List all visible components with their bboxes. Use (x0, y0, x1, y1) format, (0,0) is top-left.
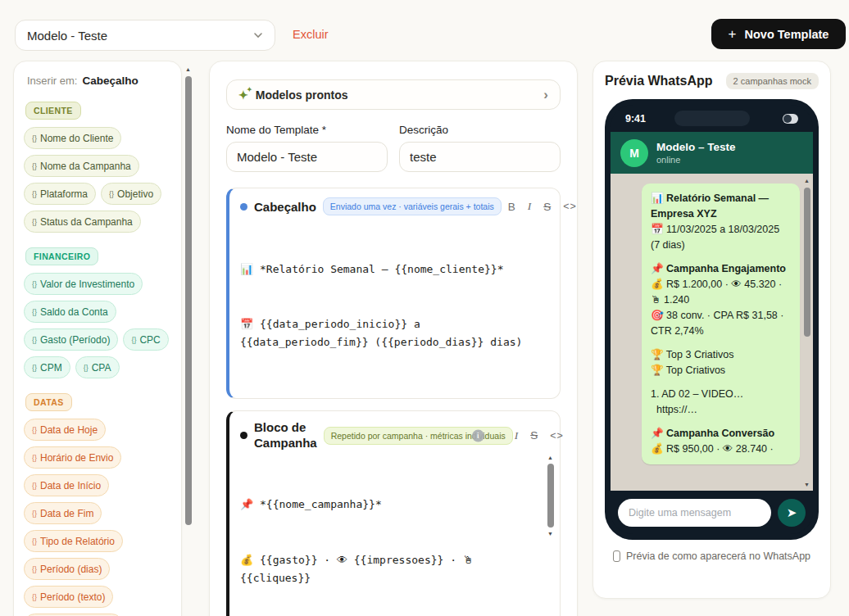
strikethrough-icon[interactable]: S (530, 429, 538, 442)
delete-template-button[interactable]: Excluir (293, 28, 329, 41)
variable-chip-status-da-campanha[interactable]: {}Status da Campanha (24, 211, 141, 233)
variable-chip-cpc[interactable]: {}CPC (123, 328, 168, 351)
variable-chip-data-de-inicio[interactable]: {}Data de Início (24, 474, 109, 496)
variable-chip-horario-de-envio[interactable]: {}Horário de Envio (24, 446, 121, 469)
phone-mockup: 9:41 M Modelo – Teste online 📊 Relatório… (605, 99, 819, 540)
scrollbar-thumb[interactable] (185, 76, 192, 525)
braces-icon: {} (32, 565, 37, 573)
scroll-down-icon[interactable]: ▼ (547, 530, 554, 537)
preview-title: Prévia WhatsApp (605, 74, 713, 88)
message-line: 📌 Campanha Conversão (651, 426, 791, 442)
braces-icon: {} (84, 364, 89, 372)
variable-chip-tipo-de-relatorio[interactable]: {}Tipo de Relatório (24, 530, 123, 552)
italic-icon[interactable]: I (528, 200, 532, 213)
variable-chip-cpm[interactable]: {}CPM (24, 356, 70, 378)
variable-chip-saldo-da-conta[interactable]: {}Saldo da Conta (24, 301, 116, 323)
chip-label: Data de Fim (40, 508, 93, 519)
message-line: 📌 Campanha Engajamento (651, 261, 791, 277)
chip-label: CPA (92, 362, 111, 374)
scrollbar-thumb[interactable] (804, 188, 810, 337)
sidebar-scrollbar[interactable]: ▲ (184, 66, 192, 611)
chip-label: Data de Início (40, 480, 101, 491)
variable-chip-objetivo[interactable]: {}Objetivo (101, 183, 161, 205)
variable-chip-nome-do-cliente[interactable]: {}Nome do Cliente (24, 127, 121, 149)
message-line: 💰 R$ 1.200,00 · 👁 45.320 · 🖱 1.240 (651, 277, 791, 308)
template-line: 📊 *Relatório Semanal — {{nome_cliente}}* (240, 260, 535, 279)
ready-templates-button[interactable]: ✦✦ Modelos prontos › (226, 79, 561, 110)
braces-icon: {} (32, 510, 37, 518)
chip-label: Nome da Campanha (40, 161, 131, 172)
message-input-pill (618, 499, 771, 527)
variable-chip-periodo-texto[interactable]: {}Período (texto) (24, 586, 113, 608)
contact-name: Modelo – Teste (656, 141, 736, 154)
message-line (651, 418, 791, 426)
preview-caption: Prévia de como aparecerá no WhatsApp (605, 550, 819, 562)
message-line: 📅 11/03/2025 a 18/03/2025 (7 dias) (651, 222, 791, 253)
chat-scrollbar[interactable]: ▲ ▼ (803, 177, 810, 491)
variable-chip-plataforma[interactable]: {}Plataforma (24, 183, 96, 205)
template-editor-panel: ✦✦ Modelos prontos › Nome do Template * … (209, 61, 578, 616)
message-line: 🎯 38 conv. · CPA R$ 31,58 · CTR 2,74% (651, 308, 791, 339)
variable-chip-gasto-periodo[interactable]: {}Gasto (Período) (24, 328, 118, 351)
template-name-input[interactable] (226, 142, 388, 172)
italic-icon[interactable]: I (515, 429, 519, 442)
sparkles-icon: ✦✦ (238, 88, 248, 102)
scroll-down-icon[interactable]: ▼ (803, 481, 810, 488)
braces-icon: {} (32, 308, 37, 316)
template-line: 📅 {{data_periodo_inicio}} a {{data_perio… (240, 315, 535, 352)
campaign-textarea-scrollbar[interactable]: ▲ ▼ (547, 454, 554, 546)
chip-label: Objetivo (117, 188, 153, 200)
braces-icon: {} (32, 537, 37, 546)
chip-label: Período (texto) (40, 591, 105, 603)
chip-label: Valor de Investimento (40, 279, 134, 290)
scroll-up-icon[interactable]: ▲ (184, 66, 192, 73)
description-label: Descrição (399, 124, 561, 136)
financeiro-chips: {}Valor de Investimento {}Saldo da Conta… (24, 273, 171, 378)
variable-chip-valor-de-investimento[interactable]: {}Valor de Investimento (24, 273, 143, 295)
send-button[interactable]: ➤ (778, 499, 806, 527)
chevron-right-icon: › (543, 87, 548, 103)
description-input[interactable] (399, 142, 561, 172)
group-badge-datas: DATAS (25, 393, 72, 411)
campaign-block: Bloco de Campanha Repetido por campanha … (226, 410, 561, 616)
new-template-button[interactable]: + Novo Template (711, 19, 846, 49)
template-line: 📌 *{{nome_campanha}}* (240, 496, 535, 514)
info-icon[interactable]: i (472, 429, 484, 442)
chip-label: CPM (40, 362, 62, 374)
variable-chip-cpa[interactable]: {}CPA (75, 356, 120, 378)
phone-notch (674, 111, 750, 126)
bold-icon[interactable]: B (508, 201, 515, 213)
format-toolbar: B I S <> (508, 200, 577, 213)
preview-caption-text: Prévia de como aparecerá no WhatsApp (626, 550, 810, 562)
chip-label: CPC (139, 334, 160, 346)
template-name-label: Nome do Template * (226, 124, 388, 136)
message-line: 1. AD 02 – VIDEO… (651, 387, 791, 402)
scroll-up-icon[interactable]: ▲ (803, 177, 810, 184)
variable-chip-periodo-dias[interactable]: {}Período (dias) (24, 558, 110, 580)
send-icon: ➤ (787, 505, 797, 520)
header-block-textarea[interactable]: 📊 *Relatório Semanal — {{nome_cliente}}*… (229, 219, 560, 398)
scroll-up-icon[interactable]: ▲ (547, 454, 554, 461)
braces-icon: {} (32, 218, 37, 226)
message-input[interactable] (629, 507, 760, 519)
campaign-block-textarea[interactable]: 📌 *{{nome_campanha}}* 💰 {{gasto}} · 👁 {{… (229, 455, 560, 616)
whatsapp-preview-panel: Prévia WhatsApp 2 campanhas mock 9:41 M … (592, 61, 831, 599)
variables-panel: Inserir em:Cabeçalho CLIENTE {}Nome do C… (13, 61, 182, 616)
format-toolbar: I S <> (515, 429, 564, 442)
code-icon[interactable]: <> (563, 201, 577, 212)
block-title: Cabeçalho (254, 200, 316, 214)
variable-chip-data-de-fim[interactable]: {}Data de Fim (24, 502, 102, 524)
scrollbar-thumb[interactable] (547, 464, 554, 528)
template-selector-dropdown[interactable]: Modelo - Teste (15, 20, 275, 51)
battery-icon (783, 114, 798, 124)
code-icon[interactable]: <> (550, 430, 564, 442)
variable-chip-nome-da-campanha[interactable]: {}Nome da Campanha (24, 155, 139, 177)
braces-icon: {} (131, 336, 136, 344)
variable-chip-data-de-hoje[interactable]: {}Data de Hoje (24, 419, 106, 441)
strikethrough-icon[interactable]: S (543, 201, 551, 213)
message-bubble: 📊 Relatório Semanal — Empresa XYZ 📅 11/0… (642, 183, 800, 464)
template-name-field-group: Nome do Template * (226, 124, 388, 172)
chip-label: Tipo de Relatório (40, 536, 115, 547)
group-badge-financeiro: FINANCEIRO (25, 247, 98, 265)
chip-label: Período (dias) (40, 564, 102, 575)
